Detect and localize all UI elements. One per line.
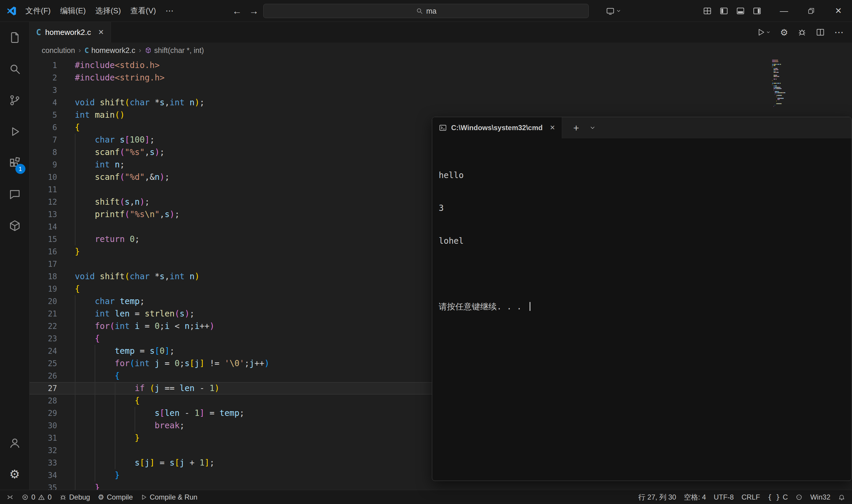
command-center-search[interactable]: ma <box>263 4 589 18</box>
bug-icon <box>59 494 67 501</box>
minimap[interactable] <box>772 60 803 107</box>
menu-more-icon[interactable]: ⋯ <box>161 3 178 19</box>
indent-guide <box>95 444 95 457</box>
toggle-sidebar-icon[interactable] <box>720 6 728 15</box>
line-number: 25 <box>30 357 75 370</box>
cursor-position-item[interactable]: 行 27, 列 30 <box>635 492 680 502</box>
line-number: 32 <box>30 444 75 457</box>
editor-more-actions-icon[interactable]: ⋯ <box>834 26 844 38</box>
line-number: 22 <box>30 320 75 332</box>
indent-guide <box>75 196 75 208</box>
tab-homework2[interactable]: C homework2.c ✕ <box>30 22 111 42</box>
terminal-tab-title: C:\Windows\system32\cmd <box>451 124 543 132</box>
compile-run-status-item[interactable]: Compile & Run <box>137 493 201 501</box>
code-line[interactable]: 4void shift(char *s,int n); <box>30 96 852 109</box>
layout-control-button[interactable] <box>601 6 626 15</box>
window-minimize-button[interactable]: — <box>771 0 798 22</box>
sidebar-item-explorer[interactable] <box>0 22 30 53</box>
minimap-line <box>772 75 803 76</box>
line-number: 20 <box>30 295 75 308</box>
minimap-line <box>772 69 803 70</box>
minimap-line <box>772 105 803 106</box>
new-terminal-icon[interactable]: + <box>573 122 579 134</box>
search-icon <box>416 7 423 15</box>
encoding-item[interactable]: UTF-8 <box>710 493 738 501</box>
customize-layout-icon[interactable] <box>703 6 712 15</box>
sidebar-item-source-control[interactable] <box>0 85 30 116</box>
tab-close-icon[interactable]: ✕ <box>98 28 104 36</box>
remote-indicator[interactable] <box>2 493 18 501</box>
account-button[interactable] <box>0 427 30 458</box>
terminal-output[interactable]: hello 3 lohel 请按任意键继续. . . <box>432 139 851 481</box>
line-number: 21 <box>30 308 75 320</box>
debug-bug-icon[interactable] <box>798 28 806 37</box>
notifications-item[interactable] <box>834 494 849 501</box>
terminal-line: 3 <box>439 203 851 214</box>
language-mode-item[interactable]: { } C <box>764 493 792 501</box>
line-number: 24 <box>30 345 75 357</box>
menu-selection[interactable]: 选择(S) <box>91 3 126 19</box>
toggle-secondary-sidebar-icon[interactable] <box>753 6 761 15</box>
terminal-line: 请按任意键继续. . . <box>439 301 851 312</box>
minimap-line <box>772 94 803 95</box>
title-bar: 文件(F) 编辑(E) 选择(S) 查看(V) ⋯ ← → ma — ✕ <box>0 0 852 22</box>
problems-indicator[interactable]: 0 0 <box>18 493 56 501</box>
indent-guide <box>134 419 135 432</box>
editor-actions: ⚙ ⋯ <box>757 26 852 38</box>
window-close-button[interactable]: ✕ <box>825 0 852 22</box>
warnings-icon <box>38 494 45 501</box>
debug-status-item[interactable]: Debug <box>56 493 94 501</box>
minimap-line <box>772 95 803 96</box>
settings-button[interactable]: ⚙ <box>0 458 30 490</box>
split-editor-icon[interactable] <box>816 28 825 37</box>
terminal-tab-cmd[interactable]: C:\Windows\system32\cmd ✕ <box>432 117 562 139</box>
line-number: 34 <box>30 469 75 482</box>
minimap-line <box>772 98 803 99</box>
files-icon <box>8 31 21 44</box>
code-line[interactable]: 35 } <box>30 482 852 490</box>
errors-count: 0 <box>31 493 35 501</box>
line-number: 12 <box>30 196 75 208</box>
run-settings-gear-icon[interactable]: ⚙ <box>780 27 788 38</box>
eol-item[interactable]: CRLF <box>738 493 764 501</box>
minimap-line <box>772 86 803 86</box>
indent-guide <box>95 395 95 407</box>
sidebar-item-extensions[interactable]: 1 <box>0 147 30 179</box>
toggle-panel-icon[interactable] <box>736 6 745 15</box>
terminal-tab-close-icon[interactable]: ✕ <box>550 124 555 132</box>
sidebar-item-chat[interactable] <box>0 179 30 210</box>
menu-edit[interactable]: 编辑(E) <box>55 3 91 19</box>
minimap-line <box>772 87 803 88</box>
menu-view[interactable]: 查看(V) <box>126 3 161 19</box>
terminal-dropdown-chevron-icon[interactable] <box>589 125 596 131</box>
nav-forward-icon[interactable]: → <box>246 0 261 22</box>
breadcrumb-folder[interactable]: conclution <box>42 46 75 55</box>
copilot-status-item[interactable] <box>792 494 806 501</box>
window-restore-button[interactable] <box>798 0 825 22</box>
indent-guide <box>115 444 115 457</box>
symbol-method-icon <box>145 47 152 54</box>
sidebar-item-search[interactable] <box>0 53 30 85</box>
sidebar-item-remote-explorer[interactable] <box>0 210 30 241</box>
compile-status-item[interactable]: ⚙ Compile <box>94 493 137 501</box>
minimap-line <box>772 106 803 107</box>
indent-guide <box>75 370 75 382</box>
code-line[interactable]: 2#include<string.h> <box>30 72 852 84</box>
line-number: 8 <box>30 146 75 159</box>
line-number: 5 <box>30 109 75 121</box>
platform-item[interactable]: Win32 <box>806 493 834 501</box>
line-number: 16 <box>30 246 75 258</box>
indentation-item[interactable]: 空格: 4 <box>680 492 710 502</box>
breadcrumb-symbol[interactable]: shift(char *, int) <box>145 46 204 55</box>
menu-file[interactable]: 文件(F) <box>21 3 55 19</box>
code-line[interactable]: 3 <box>30 84 852 96</box>
code-line[interactable]: 1#include<stdio.h> <box>30 59 852 72</box>
minimap-line <box>772 80 803 81</box>
breadcrumb-file[interactable]: C homework2.c <box>85 46 135 55</box>
sidebar-item-run-debug[interactable] <box>0 116 30 147</box>
nav-back-icon[interactable]: ← <box>229 0 244 22</box>
play-icon <box>141 494 147 501</box>
run-code-button[interactable] <box>757 28 771 37</box>
minimap-line <box>772 79 803 79</box>
minimap-line <box>772 71 803 72</box>
